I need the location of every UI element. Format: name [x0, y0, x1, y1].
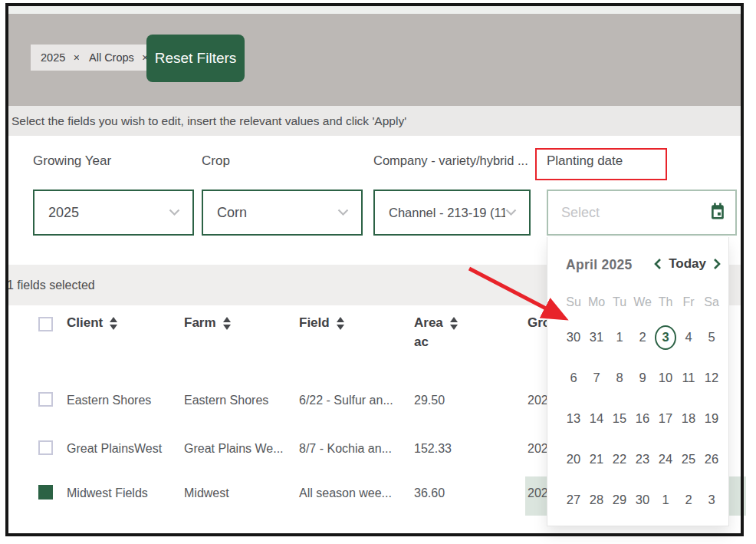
calendar-day[interactable]: 29 [613, 493, 626, 507]
calendar-day[interactable]: 9 [639, 371, 646, 385]
calendar-day[interactable]: 15 [613, 411, 626, 426]
chevron-down-icon [505, 206, 517, 219]
row-checkbox[interactable] [38, 440, 53, 455]
sort-icon[interactable] [337, 317, 344, 330]
chevron-down-icon [337, 206, 349, 219]
calendar-day[interactable]: 24 [659, 452, 672, 467]
calendar-today-button[interactable]: Today [669, 256, 706, 272]
calendar-day[interactable]: 25 [682, 452, 695, 467]
calendar-day[interactable]: 30 [636, 493, 649, 507]
cell-client: Midwest Fields [67, 486, 148, 500]
cell-field: 8/7 - Kochia an... [299, 442, 392, 456]
crop-select[interactable]: Corn [202, 190, 363, 236]
calendar-day[interactable]: 4 [685, 330, 692, 345]
calendar-day[interactable]: 13 [567, 411, 580, 426]
cell-area: 152.33 [414, 442, 452, 456]
calendar-day-grid: 30 31 1 2 3 4 5 6 7 8 9 10 11 12 13 14 1… [562, 317, 723, 520]
cell-area: 29.50 [414, 394, 445, 407]
growing-year-select[interactable]: 2025 [33, 190, 194, 236]
instruction-text: Select the fields you wish to edit, inse… [8, 106, 741, 136]
date-picker-popup: April 2025 Today Su Mo Tu We Th Fr Sa 30… [547, 237, 729, 526]
calendar-day[interactable]: 11 [682, 371, 695, 385]
growing-year-label: Growing Year [33, 153, 111, 169]
column-header-area[interactable]: Area [414, 315, 458, 331]
calendar-day[interactable]: 5 [708, 330, 715, 345]
calendar-day[interactable]: 23 [636, 452, 649, 467]
calendar-day[interactable]: 14 [590, 411, 603, 426]
cell-client: Great PlainsWest [67, 442, 162, 456]
calendar-day[interactable]: 16 [636, 411, 649, 426]
column-header-field[interactable]: Field [299, 315, 344, 331]
column-header-field-label: Field [299, 315, 330, 331]
reset-filters-button[interactable]: Reset Filters [146, 35, 245, 82]
top-light-strip [8, 6, 741, 14]
calendar-day-selected[interactable]: 3 [655, 325, 676, 350]
sort-icon[interactable] [450, 317, 458, 330]
filter-chip-crops-label: All Crops [89, 51, 134, 64]
weekday-label: Sa [704, 295, 719, 309]
column-header-farm[interactable]: Farm [184, 315, 231, 331]
weekday-label: Th [659, 295, 673, 309]
calendar-day[interactable]: 12 [705, 371, 718, 385]
company-variety-label: Company - variety/hybrid ... [373, 153, 528, 168]
calendar-day[interactable]: 30 [567, 330, 580, 345]
crop-label: Crop [202, 153, 230, 169]
calendar-next-icon[interactable] [713, 258, 721, 270]
selection-count-text: 1 fields selected [7, 279, 95, 292]
select-all-checkbox[interactable] [38, 317, 53, 331]
calendar-day[interactable]: 6 [570, 371, 577, 385]
company-variety-value: Channel - 213-19 (11... [389, 206, 505, 220]
row-checkbox[interactable] [38, 392, 53, 407]
calendar-day[interactable]: 20 [567, 452, 580, 467]
calendar-day[interactable]: 2 [639, 330, 646, 345]
cell-farm: Eastern Shores [184, 394, 268, 407]
column-header-area-unit: ac [414, 335, 429, 350]
calendar-day[interactable]: 18 [682, 411, 695, 426]
calendar-day[interactable]: 22 [613, 452, 626, 467]
calendar-month-label: April 2025 [566, 257, 633, 273]
calendar-day[interactable]: 31 [590, 330, 603, 345]
crop-value: Corn [217, 205, 247, 221]
calendar-day[interactable]: 28 [590, 493, 603, 507]
weekday-label: We [633, 295, 652, 309]
planting-date-placeholder: Select [561, 205, 600, 221]
calendar-day[interactable]: 19 [705, 411, 718, 426]
column-header-area-label: Area [414, 315, 443, 331]
weekday-label: Mo [588, 295, 605, 309]
calendar-day[interactable]: 27 [567, 493, 580, 507]
cell-field: All season wee... [299, 486, 392, 500]
weekday-label: Su [566, 295, 581, 309]
cell-farm: Midwest [184, 486, 229, 500]
sort-icon[interactable] [223, 317, 231, 330]
calendar-day[interactable]: 21 [590, 452, 603, 467]
sort-icon[interactable] [110, 317, 117, 330]
weekday-label: Tu [613, 295, 626, 309]
row-checkbox-checked[interactable] [38, 485, 53, 499]
calendar-day[interactable]: 10 [659, 371, 672, 385]
calendar-day[interactable]: 7 [593, 371, 600, 385]
cell-field: 6/22 - Sulfur an... [299, 394, 393, 407]
calendar-weekday-row: Su Mo Tu We Th Fr Sa [562, 295, 723, 309]
weekday-label: Fr [682, 295, 694, 309]
column-header-client-label: Client [67, 315, 103, 331]
calendar-day[interactable]: 1 [662, 493, 669, 507]
cell-client: Eastern Shores [67, 394, 151, 407]
planting-date-label: Planting date [547, 153, 623, 169]
calendar-day[interactable]: 2 [685, 493, 692, 507]
cell-area: 36.60 [414, 486, 445, 500]
column-header-farm-label: Farm [184, 315, 216, 331]
calendar-icon[interactable] [709, 203, 725, 223]
calendar-day[interactable]: 3 [708, 493, 715, 507]
calendar-day[interactable]: 26 [705, 452, 718, 467]
calendar-day[interactable]: 1 [616, 330, 623, 345]
growing-year-value: 2025 [48, 205, 79, 221]
filter-chip-year-label: 2025 [41, 51, 65, 64]
column-header-client[interactable]: Client [67, 315, 117, 331]
planting-date-input[interactable]: Select [547, 190, 737, 236]
company-variety-select[interactable]: Channel - 213-19 (11... [373, 190, 531, 236]
chevron-down-icon [169, 206, 180, 219]
calendar-prev-icon[interactable] [653, 258, 662, 270]
calendar-day[interactable]: 17 [659, 411, 672, 426]
cell-farm: Great Plains We... [184, 442, 284, 456]
calendar-day[interactable]: 8 [616, 371, 623, 385]
